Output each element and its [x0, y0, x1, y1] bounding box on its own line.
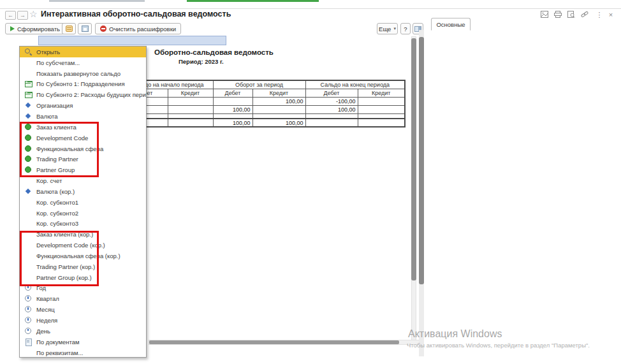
menu-item-label: По субсчетам...	[36, 59, 80, 66]
menu-item-icon	[24, 59, 33, 67]
menu-item-label: Валюта	[36, 113, 58, 120]
value-cell[interactable]	[305, 113, 358, 119]
tab-main[interactable]: Основные	[431, 18, 471, 31]
menu-item-label: Показать развернутое сальдо	[36, 70, 121, 77]
more-actions-button[interactable]: Еще ▾	[377, 23, 398, 34]
forward-button[interactable]: →	[17, 11, 28, 20]
report-hscrollbar-thumb[interactable]	[149, 340, 399, 344]
menu-item-icon	[24, 316, 33, 324]
menu-item-icon	[24, 91, 33, 99]
value-cell[interactable]: 100,00	[252, 97, 305, 105]
store-icon[interactable]	[541, 11, 550, 18]
col-header: Кредит	[252, 89, 305, 97]
link-icon[interactable]	[581, 11, 590, 18]
menu-item-icon	[24, 48, 33, 56]
menu-item-label: Кор. счет	[36, 177, 62, 184]
value-cell[interactable]	[358, 113, 405, 119]
menu-item-icon	[24, 112, 33, 120]
menu-item-label: Кор. субконто3	[36, 220, 78, 227]
menu-item[interactable]: Месяц	[20, 304, 146, 315]
clear-details-button[interactable]: Очистить расшифровки	[95, 23, 181, 34]
menu-item-icon	[24, 295, 33, 303]
col-header: Кредит	[168, 89, 213, 97]
value-cell[interactable]	[168, 105, 213, 113]
value-cell[interactable]	[252, 105, 305, 113]
favorite-star-icon[interactable]: ☆	[29, 9, 38, 19]
generate-button[interactable]: Сформировать	[5, 23, 65, 34]
menu-item-label: По Субконто 2: Расходы будущих периодов	[36, 91, 147, 98]
total-cell[interactable]	[358, 119, 405, 127]
menu-item[interactable]: Открыть	[20, 47, 146, 57]
total-cell[interactable]: 100,00	[213, 119, 252, 127]
menu-item-icon	[24, 80, 33, 88]
menu-item[interactable]: Показать развернутое сальдо	[20, 68, 146, 79]
total-cell[interactable]: 100,00	[252, 119, 305, 127]
value-cell[interactable]	[358, 105, 405, 113]
value-cell[interactable]	[213, 97, 252, 105]
generate-button-label: Сформировать	[17, 25, 60, 33]
menu-item-label: Открыть	[36, 48, 60, 55]
menu-item[interactable]: Валюта	[20, 111, 146, 122]
menu-item[interactable]: Квартал	[20, 293, 146, 304]
value-cell[interactable]: 100,00	[305, 105, 358, 113]
menu-item[interactable]: По субсчетам...	[20, 57, 146, 68]
save-settings-button[interactable]	[78, 23, 92, 34]
find-icon[interactable]	[567, 11, 576, 18]
context-menu: Открыть По субсчетам... Показать разверн…	[19, 46, 147, 358]
windows-activation-watermark: Активация Windows	[408, 328, 502, 340]
value-cell[interactable]	[252, 113, 305, 119]
clear-details-label: Очистить расшифровки	[109, 25, 176, 33]
report-variants-button[interactable]	[62, 23, 76, 34]
value-cell[interactable]: 100,00	[213, 105, 252, 113]
menu-item-label: Неделя	[36, 317, 57, 324]
menu-item[interactable]: Валюта (кор.)	[20, 186, 146, 197]
value-cell[interactable]	[168, 97, 213, 105]
app-window: ← → ☆ Интерактивная оборотно-сальдовая в…	[0, 0, 621, 364]
menu-item[interactable]: По Субконто 2: Расходы будущих периодов	[20, 89, 146, 100]
value-cell-negative[interactable]: -100,00	[305, 97, 358, 105]
menu-item-label: По Субконто 1: Подразделения	[36, 80, 125, 87]
report-variants-icon	[66, 25, 73, 32]
settings-panel	[426, 18, 621, 364]
menu-item[interactable]: Организация	[20, 100, 146, 111]
chrome-divider	[0, 8, 621, 9]
menu-item[interactable]: Кор. субконто1	[20, 197, 146, 208]
group-header: Оборот за период	[213, 80, 305, 89]
total-cell[interactable]	[168, 119, 213, 127]
col-header: Дебет	[305, 89, 358, 97]
menu-item[interactable]: По документам	[20, 337, 146, 347]
col-header: Кредит	[358, 89, 405, 97]
annotation-box-2	[20, 231, 99, 286]
menu-item-icon	[24, 327, 33, 335]
selected-cell[interactable]	[38, 36, 226, 45]
more-actions-label: Еще	[379, 25, 391, 33]
print-icon[interactable]	[554, 11, 563, 18]
menu-item[interactable]: Кор. субконто2	[20, 208, 146, 219]
back-button[interactable]: ←	[5, 11, 16, 20]
menu-item[interactable]: День	[20, 326, 146, 337]
menu-item[interactable]: По реквизитам...	[20, 347, 146, 358]
menu-item-icon	[24, 101, 33, 110]
clear-icon	[100, 25, 106, 32]
menu-item[interactable]: Неделя	[20, 315, 146, 326]
menu-item-icon	[24, 219, 33, 228]
group-header: Сальдо на конец периода	[305, 80, 405, 89]
menu-item-label: Квартал	[36, 295, 59, 302]
help-button[interactable]: ?	[400, 23, 411, 34]
total-cell[interactable]	[305, 119, 358, 127]
menu-item-icon	[24, 187, 33, 196]
menu-item-label: Месяц	[36, 306, 55, 313]
value-cell[interactable]	[168, 113, 213, 119]
menu-item-label: Валюта (кор.)	[36, 188, 75, 195]
menu-item-label: По реквизитам...	[36, 349, 83, 356]
menu-item[interactable]: Кор. субконто3	[20, 219, 146, 229]
windows-activation-watermark-sub: Чтобы активировать Windows, перейдите в …	[407, 342, 590, 349]
report-vscrollbar-thumb[interactable]	[411, 38, 416, 280]
menu-item-icon	[24, 338, 33, 346]
page-title: Интерактивная оборотно-сальдовая ведомос…	[41, 10, 231, 18]
value-cell[interactable]	[358, 97, 405, 105]
play-icon	[10, 26, 15, 31]
panel-scrollbar-thumb[interactable]	[419, 37, 424, 284]
menu-item[interactable]: По Субконто 1: Подразделения	[20, 79, 146, 90]
value-cell[interactable]	[213, 113, 252, 119]
